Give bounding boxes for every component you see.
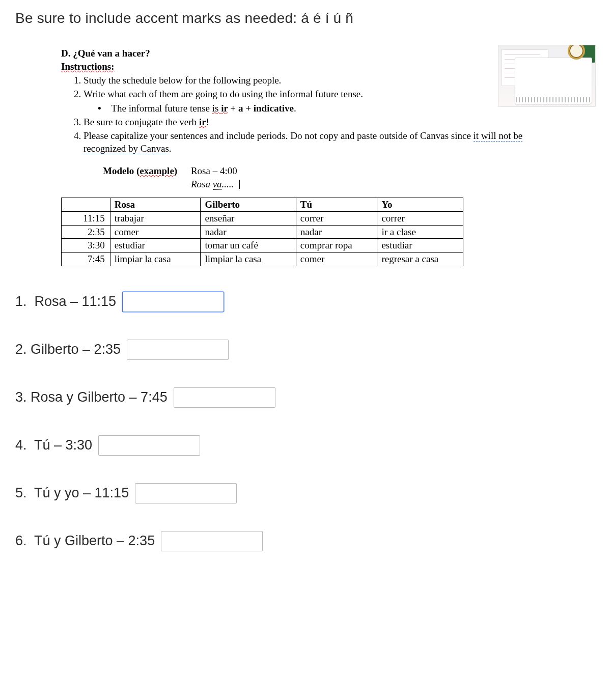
instruction-item: Please capitalize your sentences and inc… bbox=[84, 129, 555, 155]
instruction-text: Write what each of them are going to do … bbox=[84, 89, 363, 99]
question-row: 2. Gilberto – 2:35 bbox=[15, 340, 596, 360]
question-label: 1. Rosa – 11:15 bbox=[15, 294, 116, 310]
instruction-item: Study the schedule below for the followi… bbox=[84, 74, 555, 87]
instruction-sub-item: The informal future tense is ir + a + in… bbox=[98, 102, 555, 115]
questions-block: 1. Rosa – 11:15 2. Gilberto – 2:35 3. Ro… bbox=[15, 292, 596, 551]
question-label: 2. Gilberto – 2:35 bbox=[15, 342, 121, 357]
cell: estudiar bbox=[110, 239, 201, 253]
cell: correr bbox=[377, 212, 463, 226]
table-header: Yo bbox=[377, 198, 463, 212]
cell: limpiar la casa bbox=[110, 252, 201, 266]
answer-input-3[interactable] bbox=[174, 387, 275, 408]
cell: estudiar bbox=[377, 239, 463, 253]
instruction-text: Be sure to conjugate the verb bbox=[84, 117, 199, 127]
question-row: 6. Tú y Gilberto – 2:35 bbox=[15, 531, 596, 551]
cell: ir a clase bbox=[377, 225, 463, 239]
modelo-line1: Rosa – 4:00 bbox=[191, 165, 237, 176]
table-header: Gilberto bbox=[201, 198, 296, 212]
accent-note: Be sure to include accent marks as neede… bbox=[15, 10, 596, 26]
table-row: 2:35 comer nadar nadar ir a clase bbox=[62, 225, 463, 239]
text: ..... bbox=[222, 179, 234, 189]
table-header: Rosa bbox=[110, 198, 201, 212]
answer-input-2[interactable] bbox=[127, 340, 229, 360]
instruction-item: Be sure to conjugate the verb ir! bbox=[84, 116, 555, 129]
text: ) bbox=[174, 165, 177, 176]
schedule-table: Rosa Gilberto Tú Yo 11:15 trabajar enseñ… bbox=[61, 198, 463, 266]
cell: trabajar bbox=[110, 212, 201, 226]
cell: correr bbox=[296, 212, 377, 226]
question-label: 3. Rosa y Gilberto – 7:45 bbox=[15, 389, 168, 405]
table-header-row: Rosa Gilberto Tú Yo bbox=[62, 198, 463, 212]
question-row: 1. Rosa – 11:15 bbox=[15, 292, 596, 312]
cell: enseñar bbox=[201, 212, 296, 226]
text: + a + indicative bbox=[228, 103, 294, 114]
table-header: Tú bbox=[296, 198, 377, 212]
planner-image bbox=[498, 45, 596, 107]
section-heading: D. ¿Qué van a hacer? bbox=[61, 48, 150, 59]
answer-input-5[interactable] bbox=[135, 483, 237, 503]
question-label: 6. Tú y Gilberto – 2:35 bbox=[15, 533, 155, 549]
question-label: 5. Tú y yo – 11:15 bbox=[15, 485, 129, 501]
instructions-list: Study the schedule below for the followi… bbox=[61, 74, 555, 155]
cell: nadar bbox=[296, 225, 377, 239]
instruction-item: Write what each of them are going to do … bbox=[84, 88, 555, 115]
instruction-text: Please capitalize your sentences and inc… bbox=[84, 130, 474, 141]
text: va bbox=[213, 179, 222, 190]
table-row: 7:45 limpiar la casa limpiar la casa com… bbox=[62, 252, 463, 266]
text-cursor-icon bbox=[239, 180, 240, 189]
cell: 3:30 bbox=[62, 239, 110, 253]
text: The informal future tense bbox=[111, 103, 212, 114]
modelo-row: Modelo (example) Rosa – 4:00 Rosa va....… bbox=[103, 164, 555, 190]
text: Rosa bbox=[191, 179, 213, 189]
cell: 2:35 bbox=[62, 225, 110, 239]
modelo-example: example bbox=[140, 165, 174, 176]
cell: limpiar la casa bbox=[201, 252, 296, 266]
question-row: 3. Rosa y Gilberto – 7:45 bbox=[15, 387, 596, 408]
answer-input-1[interactable] bbox=[122, 292, 224, 312]
cell: comer bbox=[296, 252, 377, 266]
text: ir bbox=[221, 103, 228, 114]
cell: comer bbox=[110, 225, 201, 239]
text: ir bbox=[199, 117, 206, 127]
answer-input-4[interactable] bbox=[98, 435, 200, 456]
table-row: 3:30 estudiar tomar un café comprar ropa… bbox=[62, 239, 463, 253]
question-row: 4. Tú – 3:30 bbox=[15, 435, 596, 456]
cell: 11:15 bbox=[62, 212, 110, 226]
cell: 7:45 bbox=[62, 252, 110, 266]
instructions-label: Instructions: bbox=[61, 61, 115, 72]
cell: regresar a casa bbox=[377, 252, 463, 266]
table-row: 11:15 trabajar enseñar correr correr bbox=[62, 212, 463, 226]
modelo-label: Modelo ( bbox=[103, 165, 140, 176]
cell: nadar bbox=[201, 225, 296, 239]
cell: tomar un café bbox=[201, 239, 296, 253]
text: is bbox=[212, 103, 221, 114]
answer-input-6[interactable] bbox=[161, 531, 263, 551]
exercise-block: D. ¿Qué van a hacer? Instructions: Study… bbox=[61, 47, 555, 266]
question-row: 5. Tú y yo – 11:15 bbox=[15, 483, 596, 503]
cell: comprar ropa bbox=[296, 239, 377, 253]
instruction-text: Study the schedule below for the followi… bbox=[84, 75, 281, 86]
question-label: 4. Tú – 3:30 bbox=[15, 437, 92, 453]
table-header bbox=[62, 198, 110, 212]
